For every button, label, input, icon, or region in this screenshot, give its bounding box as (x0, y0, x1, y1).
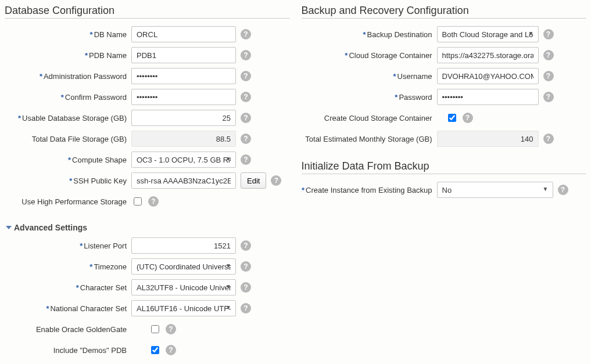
help-icon[interactable]: ? (241, 50, 251, 60)
charset-select[interactable]: AL32UTF8 - Unicode Universal c (131, 279, 236, 295)
help-icon[interactable]: ? (241, 71, 251, 81)
charset-label: *Character Set (5, 283, 131, 292)
include-demos-label: Include "Demos" PDB (5, 346, 131, 355)
help-icon[interactable]: ? (543, 50, 554, 60)
advanced-settings-heading: Advanced Settings (14, 223, 87, 232)
help-icon[interactable]: ? (241, 261, 251, 272)
total-datafile-label: Total Data File Storage (GB) (5, 135, 131, 143)
backup-password-input[interactable] (437, 89, 539, 105)
help-icon[interactable]: ? (241, 29, 251, 39)
help-icon[interactable]: ? (241, 282, 251, 293)
cifeb-label: *Create Instance from Existing Backup (302, 186, 437, 194)
confirm-password-label: *Confirm Password (5, 93, 131, 102)
usable-storage-input[interactable] (131, 110, 236, 126)
listener-port-input[interactable] (131, 237, 236, 254)
national-charset-select[interactable]: AL16UTF16 - Unicode UTF-16 L (131, 300, 236, 316)
db-config-heading: Database Configuration (5, 5, 290, 17)
tems-label: Total Estimated Monthly Storage (GB) (302, 135, 437, 143)
cifeb-select[interactable]: No (437, 182, 553, 198)
backup-config-heading: Backup and Recovery Configuration (302, 5, 587, 17)
help-icon[interactable]: ? (241, 303, 251, 313)
national-charset-label: *National Character Set (5, 304, 131, 313)
include-demos-checkbox[interactable] (151, 346, 159, 354)
timezone-select[interactable]: (UTC) Coordinated Universal Time (131, 258, 236, 275)
backup-dest-label: *Backup Destination (302, 30, 437, 39)
help-icon[interactable]: ? (543, 134, 554, 144)
help-icon[interactable]: ? (241, 113, 251, 123)
compute-shape-select[interactable]: OC3 - 1.0 OCPU, 7.5 GB RAM (131, 152, 236, 168)
help-icon[interactable]: ? (241, 92, 251, 102)
compute-shape-label: *Compute Shape (5, 156, 131, 164)
admin-password-input[interactable] (131, 68, 236, 84)
total-datafile-value (131, 131, 236, 147)
init-from-backup-heading: Initialize Data From Backup (302, 160, 587, 172)
hps-label: Use High Performance Storage (5, 197, 131, 206)
help-icon[interactable]: ? (241, 240, 251, 251)
help-icon[interactable]: ? (463, 113, 473, 123)
usable-storage-label: *Usable Database Storage (GB) (5, 114, 131, 122)
cloud-container-input[interactable] (437, 47, 539, 63)
help-icon[interactable]: ? (271, 175, 281, 186)
pdb-name-input[interactable] (131, 47, 236, 63)
divider (302, 174, 587, 174)
help-icon[interactable]: ? (166, 324, 176, 334)
help-icon[interactable]: ? (148, 196, 159, 207)
create-csc-label: Create Cloud Storage Container (302, 114, 437, 122)
timezone-label: *Timezone (5, 262, 131, 271)
mouse-cursor-icon (0, 347, 1, 358)
hps-checkbox[interactable] (134, 197, 142, 206)
db-name-input[interactable] (131, 26, 236, 42)
disclosure-triangle-icon (6, 226, 12, 229)
help-icon[interactable]: ? (241, 154, 251, 165)
goldengate-label: Enable Oracle GoldenGate (5, 325, 131, 334)
goldengate-checkbox[interactable] (151, 325, 159, 333)
edit-button[interactable]: Edit (241, 172, 266, 189)
help-icon[interactable]: ? (166, 345, 176, 355)
help-icon[interactable]: ? (543, 29, 554, 39)
username-label: *Username (302, 72, 437, 81)
help-icon[interactable]: ? (543, 92, 554, 102)
advanced-settings-toggle[interactable]: Advanced Settings (7, 223, 290, 232)
cloud-container-label: *Cloud Storage Container (302, 51, 437, 60)
backup-dest-select[interactable]: Both Cloud Storage and Local (437, 26, 539, 42)
listener-port-label: *Listener Port (5, 242, 131, 250)
help-icon[interactable]: ? (241, 134, 251, 144)
db-name-label: *DB Name (5, 30, 131, 39)
create-csc-checkbox[interactable] (448, 114, 456, 122)
pdb-name-label: *PDB Name (5, 51, 131, 60)
username-input[interactable] (437, 68, 539, 84)
divider (5, 18, 290, 19)
tems-value (437, 131, 539, 147)
ssh-key-input[interactable] (131, 172, 236, 189)
admin-password-label: *Administration Password (5, 72, 131, 81)
confirm-password-input[interactable] (131, 89, 236, 105)
help-icon[interactable]: ? (543, 71, 554, 81)
backup-password-label: *Password (302, 93, 437, 102)
divider (302, 18, 587, 19)
ssh-key-label: *SSH Public Key (5, 176, 131, 185)
help-icon[interactable]: ? (558, 185, 568, 195)
